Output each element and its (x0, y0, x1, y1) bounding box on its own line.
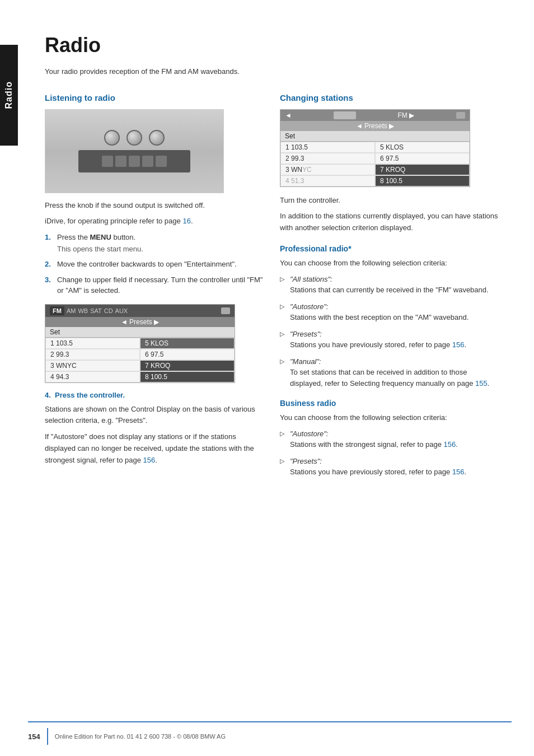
fm-tab-wb: WB (78, 307, 88, 314)
pro-bullet-2-content: "Autostore": Stations with the best rece… (290, 301, 498, 323)
business-radio-intro: You can choose from the following select… (280, 412, 498, 424)
radio-panel-btn-2 (115, 156, 127, 167)
fm-tab-cd: CD (104, 307, 113, 314)
step-4-label: 4. Press the controller. (45, 391, 263, 399)
fm-top-row-right: ◄ FM ▶ (280, 110, 470, 121)
pro-bullet-2-title: "Autostore": (290, 302, 329, 311)
body4-suffix: . (155, 456, 157, 464)
radio-image-inner (45, 110, 223, 193)
bullet-arrow-4: ▷ (280, 357, 287, 389)
page-number: 154 (28, 732, 40, 741)
page-content: Radio Your radio provides reception of t… (28, 0, 534, 520)
pro-bullet-4-content: "Manual": To set stations that can be re… (290, 356, 498, 389)
biz-bullet-2-content: "Presets": Stations you have previously … (290, 456, 498, 478)
radio-panel (78, 150, 190, 172)
station-6-97: 6 97.5 (140, 349, 235, 360)
listening-to-radio-heading: Listening to radio (45, 93, 263, 102)
fm-icon-right2 (456, 112, 465, 119)
fm-label: FM ▶ (398, 111, 415, 119)
fm-display-left: FM AM WB SAT CD AUX ◄ Presets ▶ Set (45, 304, 235, 383)
step-3: 3. Change to upper field if necessary. T… (45, 274, 263, 296)
radio-knob-2 (127, 130, 142, 146)
pro-bullet-3-title: "Presets": (290, 330, 322, 338)
changing-stations-heading: Changing stations (280, 93, 498, 102)
pro-radio-intro: You can choose from the following select… (280, 258, 498, 269)
two-col-layout: Listening to radio (45, 93, 512, 487)
pro-bullet-1-content: "All stations": Stations that can curren… (290, 274, 498, 296)
step-4-text: Press the controller. (55, 391, 125, 399)
fm-presets-row-right: ◄ Presets ▶ (280, 121, 470, 131)
fm-set-row-right: Set (280, 131, 470, 142)
page-link-16[interactable]: 16 (182, 217, 190, 225)
pro-bullet-4-desc: To set stations that can be received in … (290, 367, 498, 389)
r-station-7-kroq: 7 KROQ (375, 164, 470, 175)
fm-tab-am: AM (67, 307, 76, 314)
station-7-kroq: 7 KROQ (140, 360, 235, 371)
pro-bullet-1: ▷ "All stations": Stations that can curr… (280, 274, 498, 296)
step-1-num: 1. (45, 232, 54, 254)
r-station-2-99: 2 99.3 (280, 153, 375, 164)
biz-bullet-2-desc: Stations you have previously stored, ref… (290, 466, 498, 478)
radio-panel-btn-5 (156, 156, 167, 167)
station-3-wnyc: 3 WNYC (45, 360, 140, 371)
business-radio-bullets: ▷ "Autostore": Stations with the stronge… (280, 428, 498, 478)
fm-display-right: ◄ FM ▶ ◄ Presets ▶ Set 1 103.5 5 KLOS 2 … (280, 109, 470, 187)
pro-bullet-2-desc: Stations with the best reception on the … (290, 312, 498, 323)
biz-bullet-1-content: "Autostore": Stations with the strongest… (290, 428, 498, 450)
body-text-1: Press the knob if the sound output is sw… (45, 200, 263, 212)
biz-page-link-156a[interactable]: 156 (444, 440, 456, 449)
set-label: Set (50, 328, 60, 336)
bottom-divider (28, 721, 512, 722)
fm-tab-aux: AUX (115, 307, 128, 314)
pro-radio-bullets: ▷ "All stations": Stations that can curr… (280, 274, 498, 389)
fm-stations-left: 1 103.5 5 KLOS 2 99.3 6 97.5 3 WNYC 7 KR… (45, 338, 235, 382)
body-text-3: Stations are shown on the Control Displa… (45, 404, 263, 427)
presets-label-right: ◄ Presets ▶ (356, 122, 394, 130)
fm-presets-row-left: ◄ Presets ▶ (45, 317, 235, 327)
pro-bullet-4: ▷ "Manual": To set stations that can be … (280, 356, 498, 389)
station-4-94: 4 94.3 (45, 371, 140, 382)
body-text-4: If "Autostore" does not display any stat… (45, 431, 263, 466)
fm-arrow-left: ◄ (285, 111, 292, 119)
fm-tab-sat: SAT (90, 307, 102, 314)
professional-radio-heading: Professional radio* (280, 244, 498, 253)
set-label-right: Set (285, 132, 295, 140)
idrive-prefix: iDrive, for operating principle refer to… (45, 217, 182, 225)
r-station-6-97: 6 97.5 (375, 153, 470, 164)
radio-knobs (104, 130, 165, 146)
biz-page-link-156b[interactable]: 156 (452, 468, 465, 476)
radio-knob-3 (149, 130, 165, 146)
pro-bullet-4-title: "Manual": (290, 357, 321, 366)
biz-arrow-1: ▷ (280, 429, 287, 450)
fm-tab-fm: FM (50, 306, 64, 315)
biz-bullet-1-title: "Autostore": (290, 430, 329, 438)
pro-page-link-156[interactable]: 156 (452, 340, 465, 349)
r-51: 51.3 (291, 177, 304, 185)
menu-bold: MENU (90, 233, 111, 241)
radio-image (45, 109, 224, 193)
business-radio-heading: Business radio (280, 399, 498, 408)
step-2-num: 2. (45, 259, 54, 270)
biz-bullet-2-title: "Presets": (290, 457, 322, 465)
r-station-8-100: 8 100.5 (375, 175, 470, 186)
side-tab-label: Radio (4, 81, 14, 109)
footer-divider (47, 728, 48, 745)
biz-arrow-2: ▷ (280, 456, 287, 478)
station-5-klos: 5 KLOS (140, 338, 235, 349)
idrive-suffix: . (191, 217, 193, 225)
station-2-99: 2 99.3 (45, 349, 140, 360)
page-link-156-left[interactable]: 156 (143, 456, 156, 464)
r-station-4-51: 4 51.3 (280, 175, 375, 186)
radio-panel-btn-3 (129, 156, 140, 167)
step-4-num: 4. (45, 391, 51, 399)
biz-bullet-1-desc: Stations with the strongest signal, refe… (290, 439, 498, 450)
footer: 154 Online Edition for Part no. 01 41 2 … (0, 728, 534, 745)
r-station-5-klos: 5 KLOS (375, 142, 470, 153)
pro-bullet-2: ▷ "Autostore": Stations with the best re… (280, 301, 498, 323)
pro-page-link-155[interactable]: 155 (475, 379, 488, 388)
radio-knob-1 (104, 130, 120, 146)
steps-list: 1. Press the MENU button. This opens the… (45, 232, 263, 296)
bullet-arrow-2: ▷ (280, 302, 287, 323)
station-1-103: 1 103.5 (45, 338, 140, 349)
left-column: Listening to radio (45, 93, 263, 487)
